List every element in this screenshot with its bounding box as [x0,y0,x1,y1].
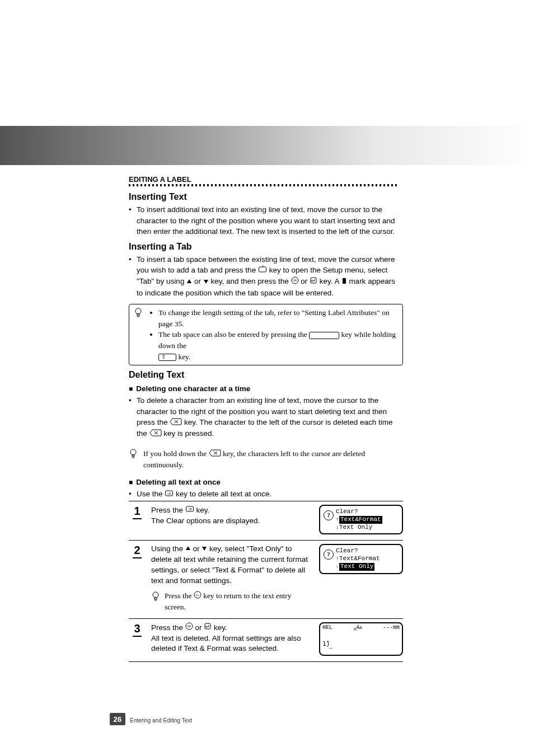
step-number: 1 [133,505,141,519]
text-fragment: The Clear options are displayed. [151,516,260,525]
step-number: 2 [133,544,141,558]
square-bullet-icon: ■ [129,478,133,486]
heading-deleting-text: Deleting Text [129,370,403,380]
running-title: Entering and Editing Text [130,717,192,724]
svg-point-20 [153,592,158,598]
svg-rect-21 [154,598,157,599]
question-icon: ? [324,550,334,560]
down-triangle-icon [203,276,209,288]
gradient-banner [0,126,534,165]
page-number-badge: 26 [110,713,125,725]
svg-marker-3 [204,280,208,284]
lcd-title: Clear? [336,547,399,555]
text-fragment: key is pressed. [163,429,214,438]
section-label: EDITING A LABEL [129,175,403,184]
svg-marker-2 [187,279,191,283]
square-bullet-icon: ■ [129,385,133,393]
down-triangle-icon [202,544,207,555]
svg-rect-12 [132,455,134,457]
setup-key-icon: ✦ [258,265,267,276]
svg-point-8 [135,308,141,314]
svg-rect-9 [137,314,139,316]
svg-text:⌫: ⌫ [188,508,191,511]
lcd-option-selected: Text Only [339,563,374,571]
tab-mark-icon [341,276,347,288]
up-triangle-icon [186,276,192,288]
text-fragment: Using the [151,544,185,553]
lcd-display: ? Clear? Text&Format Text Only [319,505,403,534]
blank-key-icon [309,332,339,339]
svg-rect-6 [311,278,316,283]
text-fragment: Use the [137,490,165,498]
step-row: 3 Press the OK or key. All text is delet… [129,619,403,662]
svg-text:Esc: Esc [196,594,199,597]
bullet-delete-one: • To delete a character from an existing… [129,395,403,440]
text-fragment: or [195,623,204,631]
svg-marker-18 [186,546,190,550]
subheading-delete-all: ■Deleting all text at once [129,478,403,486]
shift-key-icon [158,354,176,361]
step-row: 2 Using the or key, select "Text Only" t… [129,541,403,618]
text-fragment: key. A [320,277,341,285]
text-fragment: key, and then press the [210,277,291,285]
note-delete-hold: If you hold down the key, the characters… [129,445,403,473]
text-fragment: or [193,544,202,553]
text-fragment: key. [196,506,210,514]
lcd-font-label: HEL [322,624,332,632]
question-icon: ? [324,510,334,520]
lcd-display: ? Clear? Text&Format Text Only [319,544,403,574]
svg-text:OK: OK [293,279,297,282]
enter-key-icon [204,622,212,633]
lcd-option: Text&Format [339,555,380,562]
note-item: The tab space can also be entered by pre… [158,329,398,362]
text-fragment: or [194,277,203,285]
svg-text:⌫: ⌫ [167,492,171,495]
enter-key-icon [310,276,317,288]
lcd-display-empty: HEL AAA ---mm 1̂) _ [319,622,403,656]
text-fragment: Press the [151,506,185,514]
backspace-key-icon [209,449,221,460]
subheading-delete-one: ■Deleting one character at a time [129,384,403,393]
backspace-key-icon [170,417,182,429]
lightbulb-icon [134,307,144,322]
step-number: 3 [133,622,141,637]
dotted-rule [129,184,397,186]
clear-key-icon: ⌫ [185,505,194,516]
svg-point-11 [130,449,136,455]
sub-note: Press the Esc key to return to the text … [151,591,313,613]
heading-inserting-text: Inserting Text [129,192,403,202]
text-fragment: Press the [151,623,185,631]
bullet-inserting-tab: • To insert a tab space between the exis… [129,254,403,299]
ok-key-icon: OK [291,276,299,288]
bullet-text: To insert additional text into an existi… [137,204,403,237]
svg-rect-27 [205,623,210,629]
svg-text:OK: OK [187,624,191,628]
lcd-size-label: AAA [353,624,362,632]
clear-key-icon: ⌫ [165,489,174,500]
cursor-icon: _ [329,644,332,650]
heading-inserting-tab: Inserting a Tab [129,242,403,252]
up-triangle-icon [185,544,191,555]
esc-key-icon: Esc [194,591,202,602]
lightbulb-icon [151,591,160,605]
svg-marker-19 [202,547,207,551]
svg-rect-0 [259,267,266,272]
bullet-inserting-text: • To insert additional text into an exis… [129,204,403,237]
note-item: To change the length setting of the tab,… [158,307,398,329]
note-box-tab: To change the length setting of the tab,… [129,304,403,365]
svg-rect-7 [343,278,346,284]
text-fragment: or [301,277,310,285]
text-fragment: key to delete all text at once. [176,490,271,498]
lcd-title: Clear? [336,508,399,516]
text-fragment: key. [214,623,227,631]
lcd-option: Text Only [339,524,372,530]
bullet-delete-all: • Use the ⌫ key to delete all text at on… [129,489,403,500]
step-row: 1 Press the ⌫ key. The Clear options are… [129,501,403,541]
ok-key-icon: OK [185,622,193,633]
lightbulb-icon [129,448,139,463]
lcd-option-selected: Text&Format [339,516,382,524]
lcd-length-label: ---mm [383,624,400,632]
backspace-key-icon [149,429,162,440]
text-fragment: All text is deleted. All format settings… [151,634,301,653]
